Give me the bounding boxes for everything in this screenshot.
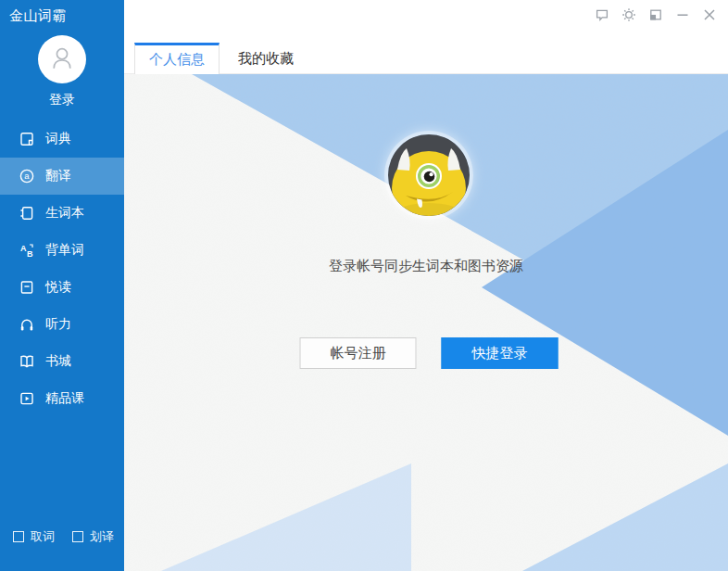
sidebar-item-dictionary[interactable]: 词典 [0, 121, 124, 158]
sidebar-item-listening[interactable]: 听力 [0, 306, 124, 343]
checkbox-icon[interactable] [72, 531, 83, 542]
tab-my-favorites[interactable]: 我的收藏 [220, 43, 312, 74]
bookstore-icon [19, 353, 35, 370]
course-icon [19, 390, 35, 407]
tab-bar: 个人信息 我的收藏 [124, 43, 728, 74]
toggle-label: 取词 [31, 528, 55, 545]
translate-icon: a [19, 168, 35, 184]
listening-icon [19, 316, 35, 333]
sidebar-item-course[interactable]: 精品课 [0, 380, 124, 417]
login-label[interactable]: 登录 [0, 92, 124, 108]
sidebar-item-label: 生词本 [45, 205, 84, 222]
sidebar-item-label: 书城 [45, 353, 71, 370]
app-title: 金山词霸 [9, 7, 67, 25]
tab-personal-info[interactable]: 个人信息 [134, 43, 220, 74]
feedback-icon[interactable] [595, 7, 609, 22]
sidebar-item-label: 精品课 [45, 390, 84, 407]
sidebar-item-label: 悦读 [45, 279, 71, 296]
reading-icon [19, 279, 35, 296]
close-icon[interactable] [702, 7, 717, 22]
toggle-word-capture[interactable]: 取词 [13, 528, 55, 545]
login-block[interactable]: 登录 [0, 35, 124, 108]
mascot-avatar [388, 134, 470, 216]
sidebar-item-recite-words[interactable]: A B 背单词 [0, 232, 124, 269]
sidebar-item-label: 听力 [45, 316, 71, 333]
sidebar-item-translate[interactable]: a 翻译 [0, 158, 124, 195]
wordbook-icon [19, 205, 35, 222]
minimize-icon[interactable] [675, 7, 690, 22]
sidebar-item-reading[interactable]: 悦读 [0, 269, 124, 306]
sidebar-item-label: 翻译 [45, 168, 71, 184]
mini-window-icon[interactable] [648, 7, 663, 22]
content-panel: 登录帐号同步生词本和图书资源 帐号注册 快捷登录 [124, 74, 728, 571]
toggle-highlight-translate[interactable]: 划译 [72, 528, 114, 545]
sidebar-item-label: 词典 [45, 131, 71, 147]
sidebar-item-wordbook[interactable]: 生词本 [0, 195, 124, 232]
dictionary-icon [19, 131, 35, 147]
sidebar-footer: 取词 划译 [13, 528, 114, 545]
checkbox-icon[interactable] [13, 531, 24, 542]
quick-login-button[interactable]: 快捷登录 [442, 337, 559, 369]
sidebar-nav: 词典 a 翻译 生词本 [0, 121, 124, 417]
toggle-label: 划译 [90, 528, 114, 545]
login-sync-message: 登录帐号同步生词本和图书资源 [124, 258, 728, 275]
avatar[interactable] [38, 35, 86, 83]
main-area: 个人信息 我的收藏 [124, 0, 728, 571]
button-row: 帐号注册 快捷登录 [300, 337, 559, 369]
sidebar-item-label: 背单词 [45, 242, 84, 259]
sidebar-item-bookstore[interactable]: 书城 [0, 343, 124, 380]
recite-words-icon: A B [19, 242, 35, 259]
app-window: 金山词霸 登录 词典 [0, 0, 728, 571]
svg-text:A: A [20, 244, 27, 253]
person-icon [48, 44, 76, 75]
svg-text:B: B [27, 249, 33, 259]
svg-text:a: a [24, 171, 30, 181]
titlebar [124, 0, 728, 22]
settings-icon[interactable] [621, 7, 636, 22]
sidebar: 金山词霸 登录 词典 [0, 0, 124, 571]
register-button[interactable]: 帐号注册 [300, 337, 417, 369]
